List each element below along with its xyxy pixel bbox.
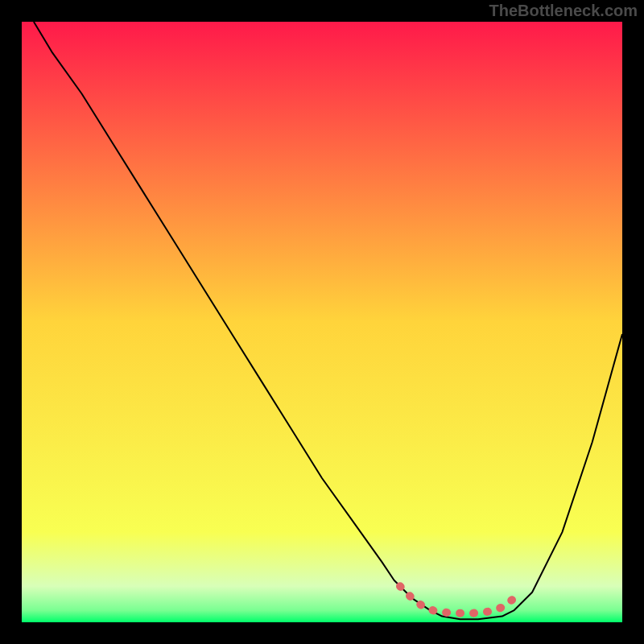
- chart-container: TheBottleneck.com: [0, 0, 644, 644]
- watermark-text: TheBottleneck.com: [489, 2, 638, 20]
- chart-svg: [22, 22, 622, 622]
- plot-background: [22, 22, 622, 622]
- plot-area: [22, 22, 622, 622]
